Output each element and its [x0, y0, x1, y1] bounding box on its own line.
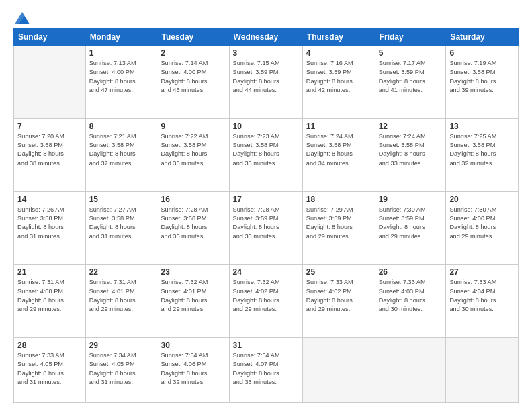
day-number: 13: [449, 122, 515, 131]
day-number: 7: [17, 122, 82, 131]
day-info: Sunrise: 7:34 AMSunset: 4:07 PMDaylight:…: [233, 351, 299, 387]
calendar-cell: 16Sunrise: 7:28 AMSunset: 3:58 PMDayligh…: [157, 191, 229, 265]
day-info: Sunrise: 7:31 AMSunset: 4:01 PMDaylight:…: [89, 278, 154, 314]
week-row-2: 7Sunrise: 7:20 AMSunset: 3:58 PMDaylight…: [14, 118, 519, 191]
calendar-cell: 24Sunrise: 7:32 AMSunset: 4:02 PMDayligh…: [229, 265, 302, 338]
day-number: 24: [233, 267, 299, 277]
day-info: Sunrise: 7:34 AMSunset: 4:05 PMDaylight:…: [89, 351, 154, 387]
calendar-cell: 29Sunrise: 7:34 AMSunset: 4:05 PMDayligh…: [85, 338, 157, 403]
day-info: Sunrise: 7:16 AMSunset: 3:59 PMDaylight:…: [306, 59, 371, 95]
calendar-cell: [446, 338, 519, 403]
calendar-cell: 31Sunrise: 7:34 AMSunset: 4:07 PMDayligh…: [229, 338, 302, 403]
day-info: Sunrise: 7:33 AMSunset: 4:05 PMDaylight:…: [17, 351, 82, 387]
calendar-cell: 27Sunrise: 7:33 AMSunset: 4:04 PMDayligh…: [446, 265, 519, 338]
day-info: Sunrise: 7:28 AMSunset: 3:58 PMDaylight:…: [161, 205, 225, 241]
calendar-cell: 5Sunrise: 7:17 AMSunset: 3:59 PMDaylight…: [375, 46, 446, 119]
calendar-cell: 14Sunrise: 7:26 AMSunset: 3:58 PMDayligh…: [14, 191, 86, 265]
calendar-cell: [375, 338, 446, 403]
day-number: 29: [89, 340, 154, 350]
day-info: Sunrise: 7:33 AMSunset: 4:02 PMDaylight:…: [306, 278, 371, 314]
header: [13, 12, 519, 21]
calendar-cell: 15Sunrise: 7:27 AMSunset: 3:58 PMDayligh…: [85, 191, 157, 265]
day-number: 21: [17, 267, 82, 277]
calendar-cell: 11Sunrise: 7:24 AMSunset: 3:58 PMDayligh…: [302, 118, 375, 191]
weekday-wednesday: Wednesday: [229, 29, 302, 46]
day-number: 28: [17, 340, 82, 350]
day-info: Sunrise: 7:30 AMSunset: 4:00 PMDaylight:…: [449, 205, 515, 241]
day-info: Sunrise: 7:15 AMSunset: 3:59 PMDaylight:…: [233, 59, 299, 95]
day-number: 27: [449, 267, 515, 277]
weekday-monday: Monday: [85, 29, 157, 46]
day-info: Sunrise: 7:24 AMSunset: 3:58 PMDaylight:…: [306, 132, 371, 168]
calendar-cell: 9Sunrise: 7:22 AMSunset: 3:58 PMDaylight…: [157, 118, 229, 191]
day-number: 1: [89, 48, 154, 58]
day-info: Sunrise: 7:32 AMSunset: 4:01 PMDaylight:…: [161, 278, 225, 314]
day-info: Sunrise: 7:24 AMSunset: 3:58 PMDaylight:…: [379, 132, 443, 168]
calendar-cell: 10Sunrise: 7:23 AMSunset: 3:58 PMDayligh…: [229, 118, 302, 191]
day-number: 2: [161, 48, 225, 58]
day-number: 3: [233, 48, 299, 58]
logo: [13, 12, 30, 21]
day-number: 4: [306, 48, 371, 58]
day-info: Sunrise: 7:14 AMSunset: 4:00 PMDaylight:…: [161, 59, 225, 95]
calendar: SundayMondayTuesdayWednesdayThursdayFrid…: [13, 28, 519, 403]
calendar-cell: 6Sunrise: 7:19 AMSunset: 3:58 PMDaylight…: [446, 46, 519, 119]
day-info: Sunrise: 7:20 AMSunset: 3:58 PMDaylight:…: [17, 132, 82, 168]
day-number: 8: [89, 122, 154, 131]
calendar-cell: 2Sunrise: 7:14 AMSunset: 4:00 PMDaylight…: [157, 46, 229, 119]
calendar-cell: 13Sunrise: 7:25 AMSunset: 3:58 PMDayligh…: [446, 118, 519, 191]
calendar-cell: 8Sunrise: 7:21 AMSunset: 3:58 PMDaylight…: [85, 118, 157, 191]
weekday-sunday: Sunday: [14, 29, 86, 46]
weekday-tuesday: Tuesday: [157, 29, 229, 46]
week-row-3: 14Sunrise: 7:26 AMSunset: 3:58 PMDayligh…: [14, 191, 519, 265]
day-number: 16: [161, 195, 225, 204]
calendar-cell: 17Sunrise: 7:28 AMSunset: 3:59 PMDayligh…: [229, 191, 302, 265]
calendar-cell: 28Sunrise: 7:33 AMSunset: 4:05 PMDayligh…: [14, 338, 86, 403]
weekday-saturday: Saturday: [446, 29, 519, 46]
day-info: Sunrise: 7:23 AMSunset: 3:58 PMDaylight:…: [233, 132, 299, 168]
day-info: Sunrise: 7:31 AMSunset: 4:00 PMDaylight:…: [17, 278, 82, 314]
day-number: 31: [233, 340, 299, 350]
day-info: Sunrise: 7:28 AMSunset: 3:59 PMDaylight:…: [233, 205, 299, 241]
day-info: Sunrise: 7:33 AMSunset: 4:03 PMDaylight:…: [379, 278, 443, 314]
day-number: 26: [379, 267, 443, 277]
calendar-cell: 21Sunrise: 7:31 AMSunset: 4:00 PMDayligh…: [14, 265, 86, 338]
calendar-cell: 18Sunrise: 7:29 AMSunset: 3:59 PMDayligh…: [302, 191, 375, 265]
calendar-cell: 26Sunrise: 7:33 AMSunset: 4:03 PMDayligh…: [375, 265, 446, 338]
day-number: 9: [161, 122, 225, 131]
page: SundayMondayTuesdayWednesdayThursdayFrid…: [0, 0, 532, 411]
day-info: Sunrise: 7:26 AMSunset: 3:58 PMDaylight:…: [17, 205, 82, 241]
calendar-cell: 20Sunrise: 7:30 AMSunset: 4:00 PMDayligh…: [446, 191, 519, 265]
day-number: 25: [306, 267, 371, 277]
calendar-cell: 3Sunrise: 7:15 AMSunset: 3:59 PMDaylight…: [229, 46, 302, 119]
calendar-body: 1Sunrise: 7:13 AMSunset: 4:00 PMDaylight…: [14, 46, 519, 403]
day-info: Sunrise: 7:17 AMSunset: 3:59 PMDaylight:…: [379, 59, 443, 95]
day-number: 14: [17, 195, 82, 204]
day-info: Sunrise: 7:29 AMSunset: 3:59 PMDaylight:…: [306, 205, 371, 241]
day-number: 30: [161, 340, 225, 350]
day-number: 15: [89, 195, 154, 204]
day-info: Sunrise: 7:21 AMSunset: 3:58 PMDaylight:…: [89, 132, 154, 168]
day-info: Sunrise: 7:22 AMSunset: 3:58 PMDaylight:…: [161, 132, 225, 168]
day-number: 22: [89, 267, 154, 277]
day-number: 6: [449, 48, 515, 58]
day-number: 17: [233, 195, 299, 204]
day-number: 5: [379, 48, 443, 58]
calendar-cell: 1Sunrise: 7:13 AMSunset: 4:00 PMDaylight…: [85, 46, 157, 119]
day-number: 11: [306, 122, 371, 131]
day-info: Sunrise: 7:25 AMSunset: 3:58 PMDaylight:…: [449, 132, 515, 168]
day-info: Sunrise: 7:30 AMSunset: 3:59 PMDaylight:…: [379, 205, 443, 241]
weekday-friday: Friday: [375, 29, 446, 46]
day-info: Sunrise: 7:19 AMSunset: 3:58 PMDaylight:…: [449, 59, 515, 95]
day-number: 12: [379, 122, 443, 131]
week-row-5: 28Sunrise: 7:33 AMSunset: 4:05 PMDayligh…: [14, 338, 519, 403]
day-info: Sunrise: 7:27 AMSunset: 3:58 PMDaylight:…: [89, 205, 154, 241]
week-row-1: 1Sunrise: 7:13 AMSunset: 4:00 PMDaylight…: [14, 46, 519, 119]
day-info: Sunrise: 7:34 AMSunset: 4:06 PMDaylight:…: [161, 351, 225, 387]
day-number: 10: [233, 122, 299, 131]
calendar-cell: 30Sunrise: 7:34 AMSunset: 4:06 PMDayligh…: [157, 338, 229, 403]
day-number: 20: [449, 195, 515, 204]
logo-icon: [15, 12, 30, 24]
weekday-thursday: Thursday: [302, 29, 375, 46]
day-number: 23: [161, 267, 225, 277]
